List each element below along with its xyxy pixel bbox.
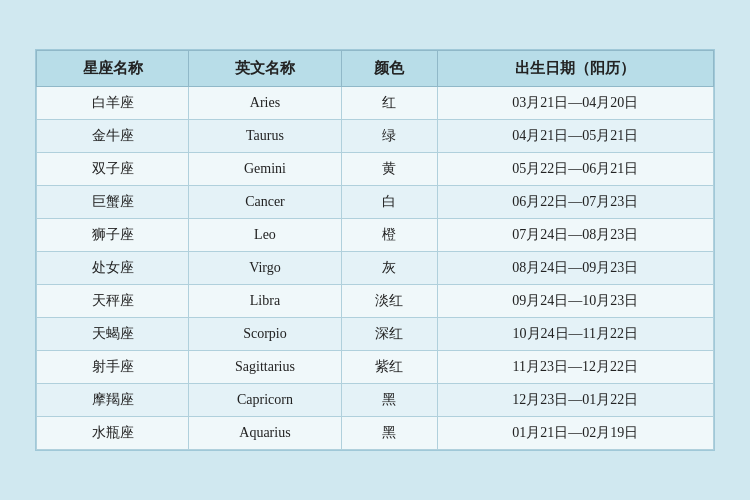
- table-row: 金牛座Taurus绿04月21日—05月21日: [37, 120, 714, 153]
- cell-color: 绿: [341, 120, 437, 153]
- cell-english-name: Cancer: [189, 186, 341, 219]
- cell-color: 白: [341, 186, 437, 219]
- cell-dates: 04月21日—05月21日: [437, 120, 713, 153]
- table-row: 射手座Sagittarius紫红11月23日—12月22日: [37, 351, 714, 384]
- table-row: 巨蟹座Cancer白06月22日—07月23日: [37, 186, 714, 219]
- table-body: 白羊座Aries红03月21日—04月20日金牛座Taurus绿04月21日—0…: [37, 87, 714, 450]
- cell-english-name: Capricorn: [189, 384, 341, 417]
- cell-color: 淡红: [341, 285, 437, 318]
- table-row: 狮子座Leo橙07月24日—08月23日: [37, 219, 714, 252]
- cell-english-name: Gemini: [189, 153, 341, 186]
- header-dates: 出生日期（阳历）: [437, 51, 713, 87]
- cell-english-name: Aquarius: [189, 417, 341, 450]
- cell-dates: 01月21日—02月19日: [437, 417, 713, 450]
- cell-chinese-name: 水瓶座: [37, 417, 189, 450]
- cell-chinese-name: 金牛座: [37, 120, 189, 153]
- cell-chinese-name: 天秤座: [37, 285, 189, 318]
- cell-color: 橙: [341, 219, 437, 252]
- table-row: 双子座Gemini黄05月22日—06月21日: [37, 153, 714, 186]
- cell-color: 深红: [341, 318, 437, 351]
- cell-color: 黑: [341, 384, 437, 417]
- table-row: 白羊座Aries红03月21日—04月20日: [37, 87, 714, 120]
- cell-color: 红: [341, 87, 437, 120]
- cell-english-name: Aries: [189, 87, 341, 120]
- header-english-name: 英文名称: [189, 51, 341, 87]
- cell-chinese-name: 狮子座: [37, 219, 189, 252]
- table-row: 摩羯座Capricorn黑12月23日—01月22日: [37, 384, 714, 417]
- table-header-row: 星座名称 英文名称 颜色 出生日期（阳历）: [37, 51, 714, 87]
- cell-dates: 11月23日—12月22日: [437, 351, 713, 384]
- cell-color: 黑: [341, 417, 437, 450]
- cell-dates: 03月21日—04月20日: [437, 87, 713, 120]
- cell-dates: 06月22日—07月23日: [437, 186, 713, 219]
- cell-dates: 08月24日—09月23日: [437, 252, 713, 285]
- cell-english-name: Sagittarius: [189, 351, 341, 384]
- cell-chinese-name: 双子座: [37, 153, 189, 186]
- cell-color: 黄: [341, 153, 437, 186]
- header-chinese-name: 星座名称: [37, 51, 189, 87]
- cell-chinese-name: 天蝎座: [37, 318, 189, 351]
- cell-chinese-name: 巨蟹座: [37, 186, 189, 219]
- cell-chinese-name: 白羊座: [37, 87, 189, 120]
- cell-color: 灰: [341, 252, 437, 285]
- cell-english-name: Libra: [189, 285, 341, 318]
- cell-english-name: Virgo: [189, 252, 341, 285]
- cell-english-name: Leo: [189, 219, 341, 252]
- cell-english-name: Scorpio: [189, 318, 341, 351]
- table-row: 水瓶座Aquarius黑01月21日—02月19日: [37, 417, 714, 450]
- cell-chinese-name: 处女座: [37, 252, 189, 285]
- cell-chinese-name: 摩羯座: [37, 384, 189, 417]
- zodiac-table-container: 星座名称 英文名称 颜色 出生日期（阳历） 白羊座Aries红03月21日—04…: [35, 49, 715, 451]
- header-color: 颜色: [341, 51, 437, 87]
- cell-color: 紫红: [341, 351, 437, 384]
- table-row: 处女座Virgo灰08月24日—09月23日: [37, 252, 714, 285]
- cell-english-name: Taurus: [189, 120, 341, 153]
- cell-dates: 07月24日—08月23日: [437, 219, 713, 252]
- cell-dates: 09月24日—10月23日: [437, 285, 713, 318]
- table-row: 天蝎座Scorpio深红10月24日—11月22日: [37, 318, 714, 351]
- zodiac-table: 星座名称 英文名称 颜色 出生日期（阳历） 白羊座Aries红03月21日—04…: [36, 50, 714, 450]
- table-row: 天秤座Libra淡红09月24日—10月23日: [37, 285, 714, 318]
- cell-dates: 05月22日—06月21日: [437, 153, 713, 186]
- cell-dates: 12月23日—01月22日: [437, 384, 713, 417]
- cell-chinese-name: 射手座: [37, 351, 189, 384]
- cell-dates: 10月24日—11月22日: [437, 318, 713, 351]
